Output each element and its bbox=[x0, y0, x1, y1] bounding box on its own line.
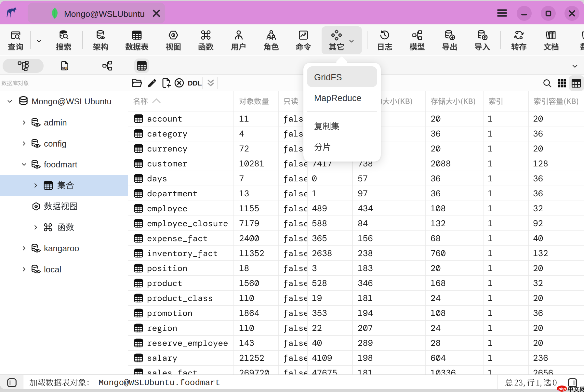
svg-text:php: php bbox=[558, 387, 566, 391]
